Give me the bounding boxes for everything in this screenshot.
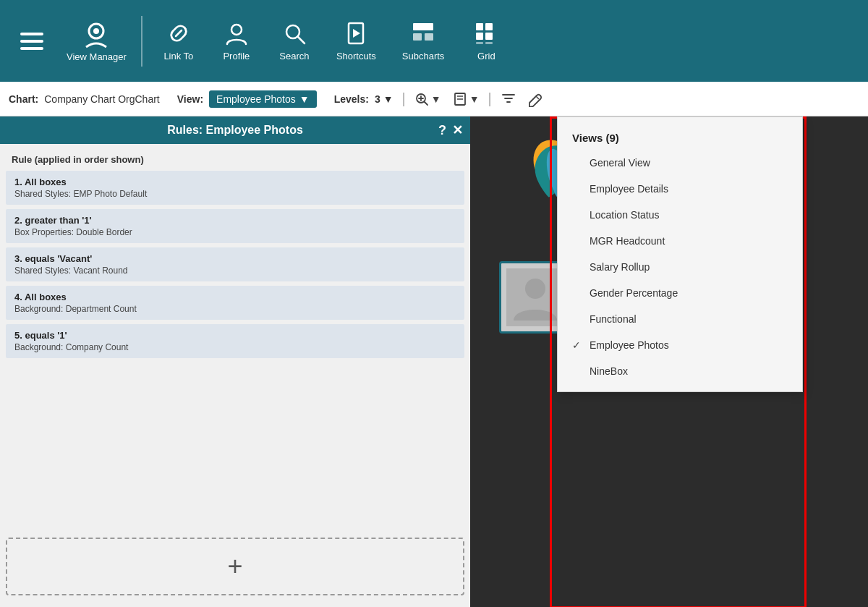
dropdown-item-label-7: Employee Photos xyxy=(590,339,669,351)
toolbar-item-subcharts[interactable]: Subcharts xyxy=(389,14,458,67)
svg-marker-6 xyxy=(353,29,360,38)
hamburger-line-3 xyxy=(20,47,43,50)
levels-chevron-icon: ▼ xyxy=(383,93,393,105)
dropdown-item-mgr-headcount[interactable]: MGR Headcount xyxy=(558,228,802,254)
toolbar-item-grid[interactable]: Grid xyxy=(457,14,515,67)
rule-detail-2: Box Properties: Double Border xyxy=(14,227,456,237)
dropdown-item-employee-details[interactable]: Employee Details xyxy=(558,176,802,202)
svg-rect-15 xyxy=(485,42,493,44)
levels-label: Levels: xyxy=(334,93,369,105)
checkmark-7: ✓ xyxy=(572,339,584,351)
dropdown-item-label-8: NineBox xyxy=(590,365,628,377)
rules-list: 1. All boxes Shared Styles: EMP Photo De… xyxy=(0,171,470,526)
profile-icon xyxy=(224,20,250,46)
dropdown-item-label-2: Location Status xyxy=(590,209,660,221)
dropdown-item-label-4: Salary Rollup xyxy=(590,261,650,273)
link-to-icon xyxy=(166,20,192,46)
hamburger-line-2 xyxy=(20,40,43,43)
dropdown-item-functional[interactable]: Functional xyxy=(558,306,802,332)
svg-rect-8 xyxy=(413,33,422,41)
levels-dropdown[interactable]: 3 ▼ xyxy=(375,93,393,105)
rule-title-3: 3. equals 'Vacant' xyxy=(14,253,456,264)
page-dropdown-arrow: ▼ xyxy=(469,93,480,105)
chart-label: Chart: xyxy=(9,93,38,105)
view-dropdown[interactable]: Employee Photos ▼ xyxy=(209,90,317,108)
toolbar: View Manager Link To Profile Search S xyxy=(0,0,868,82)
help-icon[interactable]: ? xyxy=(438,123,446,138)
chart-area: Views (9) General View Employee Details … xyxy=(470,116,868,607)
rule-title-1: 1. All boxes xyxy=(14,177,456,187)
main-area: Rules: Employee Photos ? ✕ Rule (applied… xyxy=(0,116,868,607)
dropdown-item-location-status[interactable]: Location Status xyxy=(558,202,802,228)
zoom-in-icon xyxy=(414,92,429,106)
toolbar-item-shortcuts[interactable]: Shortcuts xyxy=(323,14,389,67)
dropdown-header: Views (9) xyxy=(558,124,802,150)
search-icon xyxy=(281,20,307,46)
close-icon[interactable]: ✕ xyxy=(452,122,463,138)
view-label: View: xyxy=(177,93,203,105)
dropdown-item-ninebox[interactable]: NineBox xyxy=(558,358,802,384)
rule-item-5[interactable]: 5. equals '1' Background: Company Count xyxy=(6,324,464,358)
rule-item-4[interactable]: 4. All boxes Background: Department Coun… xyxy=(6,286,464,320)
views-dropdown-panel: Views (9) General View Employee Details … xyxy=(557,116,803,392)
toolbar-divider-1 xyxy=(141,16,142,67)
edit-btn[interactable] xyxy=(527,91,542,107)
rules-title: Rules: Employee Photos xyxy=(167,124,303,137)
grid-icon xyxy=(473,20,499,46)
svg-rect-11 xyxy=(485,23,493,30)
svg-rect-13 xyxy=(485,33,493,40)
rule-item-2[interactable]: 2. greater than '1' Box Properties: Doub… xyxy=(6,209,464,243)
add-rule-button[interactable]: + xyxy=(6,538,464,595)
rule-title-4: 4. All boxes xyxy=(14,292,456,302)
rule-title-5: 5. equals '1' xyxy=(14,330,456,341)
svg-rect-14 xyxy=(476,42,483,44)
svg-line-26 xyxy=(536,96,539,99)
dropdown-item-salary-rollup[interactable]: Salary Rollup xyxy=(558,254,802,280)
svg-line-17 xyxy=(424,101,427,105)
rules-header-icons: ? ✕ xyxy=(438,122,463,138)
rule-detail-4: Background: Department Count xyxy=(14,304,456,314)
svg-rect-12 xyxy=(476,33,483,40)
search-label: Search xyxy=(279,51,309,61)
rules-subtitle: Rule (applied in order shown) xyxy=(0,144,470,171)
subcharts-icon xyxy=(410,20,436,46)
subcharts-label: Subcharts xyxy=(402,51,445,61)
toolbar-item-link-to[interactable]: Link To xyxy=(150,14,208,67)
dropdown-item-general-view[interactable]: General View xyxy=(558,150,802,176)
dropdown-item-label-5: Gender Percentage xyxy=(590,287,678,299)
chart-value: Company Chart OrgChart xyxy=(44,93,160,105)
rule-detail-5: Background: Company Count xyxy=(14,342,456,352)
filter-icon xyxy=(501,91,516,107)
pencil-icon xyxy=(527,91,542,107)
view-manager-label: View Manager xyxy=(67,51,127,62)
toolbar-item-profile[interactable]: Profile xyxy=(208,14,265,67)
hamburger-menu[interactable] xyxy=(7,27,56,56)
dropdown-item-gender-percentage[interactable]: Gender Percentage xyxy=(558,280,802,306)
shortcuts-icon xyxy=(343,20,369,46)
svg-point-1 xyxy=(93,28,99,34)
chevron-down-icon: ▼ xyxy=(299,93,310,105)
svg-rect-10 xyxy=(476,23,483,30)
zoom-in-btn[interactable]: ▼ xyxy=(414,92,441,106)
add-rule-plus-icon: + xyxy=(227,553,242,580)
dropdown-item-employee-photos[interactable]: ✓ Employee Photos xyxy=(558,332,802,358)
page-btn[interactable]: ▼ xyxy=(453,92,480,106)
toolbar-item-view-manager[interactable]: View Manager xyxy=(59,14,134,68)
svg-line-4 xyxy=(298,37,305,43)
dropdown-item-label-0: General View xyxy=(590,157,650,169)
toolbar-item-search[interactable]: Search xyxy=(265,14,323,67)
rules-header: Rules: Employee Photos ? ✕ xyxy=(0,116,470,144)
rule-detail-1: Shared Styles: EMP Photo Default xyxy=(14,189,456,199)
profile-photo-placeholder xyxy=(506,268,564,326)
rule-item-3[interactable]: 3. equals 'Vacant' Shared Styles: Vacant… xyxy=(6,247,464,281)
rules-panel: Rules: Employee Photos ? ✕ Rule (applied… xyxy=(0,116,470,607)
view-manager-icon xyxy=(80,20,112,51)
svg-rect-9 xyxy=(425,33,433,41)
svg-point-28 xyxy=(525,279,545,299)
zoom-dropdown-arrow: ▼ xyxy=(431,93,441,105)
profile-label: Profile xyxy=(223,51,250,61)
grid-label: Grid xyxy=(477,51,495,61)
rule-item-1[interactable]: 1. All boxes Shared Styles: EMP Photo De… xyxy=(6,171,464,205)
filter-btn[interactable] xyxy=(501,91,516,107)
dropdown-item-label-6: Functional xyxy=(590,313,637,325)
